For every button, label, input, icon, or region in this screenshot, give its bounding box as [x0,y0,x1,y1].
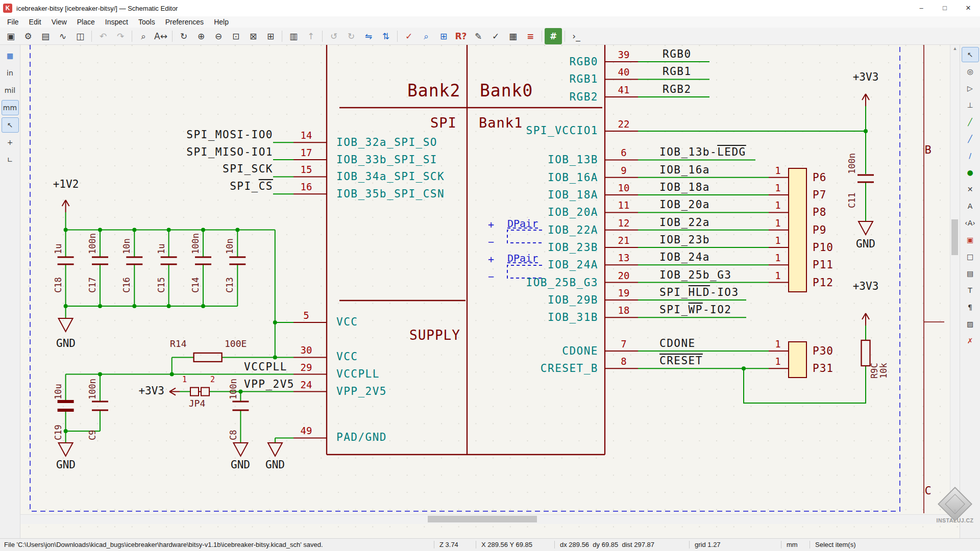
units-mils-button[interactable]: mil [2,83,19,98]
capacitor-value[interactable]: 10n [121,230,132,254]
plot-button[interactable]: ∿ [54,28,71,44]
capacitor-value[interactable]: 10n [225,230,235,254]
zoom-in-button[interactable]: ⊕ [192,28,210,44]
maximize-button[interactable]: □ [933,0,957,16]
net-label[interactable]: IOB_23b [659,235,710,245]
net-label[interactable]: IOB_24a [659,252,710,263]
menu-item[interactable]: File [2,18,24,26]
leave-sheet-button[interactable]: ↑ [302,28,320,44]
pin-number[interactable]: 24 [291,380,322,390]
capacitor-value[interactable]: 10u [53,376,63,399]
capacitor-reference[interactable]: C18 [53,267,63,293]
gnd-label[interactable]: GND [843,239,889,249]
power-label-1v2[interactable]: +1V2 [43,179,89,190]
capacitor-value[interactable]: 100n [228,376,238,399]
capacitor[interactable]: 10u C19 [48,376,83,453]
zoom-selection-button[interactable]: ⊞ [262,28,279,44]
add-bus-entry-tool[interactable]: / [962,148,979,163]
pin-row[interactable]: CDONE 7 CDONE 1 P30 [0,334,980,351]
find-replace-button[interactable]: A↔ [152,28,169,44]
capacitor-reference[interactable]: C16 [121,267,132,293]
add-global-label-tool[interactable]: ‹A› [962,215,979,231]
pin-number[interactable]: 29 [291,363,322,372]
save-button[interactable]: ▣ [2,28,19,44]
symbol-fields-table-button[interactable]: ▦ [504,28,522,44]
gnd-label[interactable]: GND [252,460,298,470]
zoom-out-button[interactable]: ⊖ [210,28,227,44]
add-image-tool[interactable]: ▨ [962,316,979,332]
dpair-plus[interactable]: + [488,219,494,230]
capacitor[interactable]: 100n C9 [83,376,117,453]
pin-row[interactable]: IOB_20A 11 IOB_20a 1 P8 [0,195,980,212]
capacitor[interactable]: 10n C13 [220,230,254,306]
pin-number[interactable]: 41 [608,85,639,95]
power-label-3v3[interactable]: +3V3 [121,386,164,396]
horizontal-scrollbar[interactable] [20,514,950,524]
pin-number[interactable]: 11 [608,201,639,210]
bom-button[interactable]: ≡ [522,28,539,44]
capacitor[interactable]: 1u C18 [48,230,83,306]
undo-button[interactable]: ↶ [94,28,112,44]
horizontal-scrollbar-thumb[interactable] [428,516,537,522]
pin-row[interactable]: RGB0 39 RGB0 [0,44,980,62]
power-label-3v3[interactable]: +3V3 [843,281,889,292]
annotate-button[interactable]: ⊞ [435,28,452,44]
capacitor-reference[interactable]: C15 [156,267,166,293]
pin-row[interactable]: CRESET_B 8 CRESET 1 P31 [0,351,980,368]
mirror-v-button[interactable]: ⇅ [377,28,395,44]
capacitor-value[interactable]: 1u [53,230,63,254]
capacitor-reference[interactable]: C9 [87,415,97,440]
menu-item[interactable]: Help [209,18,234,26]
dpair-plus[interactable]: + [488,254,494,264]
pin-number[interactable]: 22 [608,119,639,129]
capacitor-value[interactable]: 100n [190,230,201,254]
r9c-reference[interactable]: R9C [869,339,879,379]
r14-value[interactable]: 100E [225,339,247,348]
pin-number[interactable]: 20 [608,271,639,281]
net-label[interactable]: IOB_18a [659,182,710,193]
edit-symbol-fields-button[interactable]: ✎ [470,28,487,44]
capacitor[interactable]: 100n C17 [83,230,117,306]
net-label[interactable]: VCCPLL [244,362,287,372]
net-label[interactable]: IOB_16a [659,165,710,176]
open-pcb-editor-button[interactable]: # [545,28,562,44]
menu-item[interactable]: Preferences [160,18,209,26]
jp4-jumper-symbol[interactable] [190,388,209,396]
pin-number[interactable]: 39 [608,50,639,60]
redo-button[interactable]: ↷ [112,28,129,44]
pin-number[interactable]: 49 [291,426,322,436]
dpair-label[interactable]: DPair [507,218,538,229]
connector-pin-number[interactable]: 1 [768,236,788,245]
search-symbols-button[interactable]: ⌕ [418,28,435,44]
pin-name[interactable]: SPI_VCCIO1 [526,126,598,136]
connector-pin-number[interactable]: 1 [768,201,788,210]
add-sheet-pin-tool[interactable]: ▤ [962,266,979,281]
net-label[interactable]: SPI_HLD-IO3 [659,287,739,298]
scroll-up-arrow[interactable]: ▲ [950,46,960,51]
pin-row[interactable]: SPI_MOSI-IO0 14 IOB_32a_SPI_SO [0,126,980,143]
jp4-pin1-number[interactable]: 1 [182,376,187,384]
power-label-3v3[interactable]: +3V3 [843,72,889,83]
net-label[interactable]: SPI_WP-IO2 [659,305,731,315]
add-net-label-tool[interactable]: A [962,198,979,214]
capacitor-reference[interactable]: C17 [87,267,97,293]
capacitor-value[interactable]: 100n [87,376,97,399]
pin-number[interactable]: 30 [291,345,322,355]
select-tool[interactable]: ↖ [962,47,979,62]
mirror-h-button[interactable]: ⇋ [360,28,377,44]
cursor-crosshair-button[interactable]: + [2,135,19,150]
add-junction-tool[interactable]: ● [962,165,979,180]
capacitor[interactable]: 1u C15 [152,230,186,306]
vertical-scrollbar-thumb[interactable] [951,219,958,255]
capacitor-value[interactable]: 100n [847,148,857,174]
schematic-canvas[interactable]: Bank2 Bank0 SPI Bank1 SUPPLY RGB0 39 RGB… [0,0,980,551]
connector-pin-number[interactable]: 1 [768,218,788,228]
add-sheet-tool[interactable]: □ [962,249,979,264]
pin-name[interactable]: CRESET_B [541,363,598,374]
menu-item[interactable]: Place [72,18,100,26]
pin-number[interactable]: 7 [608,339,639,349]
pin-number[interactable]: 40 [608,67,639,77]
capacitor-reference[interactable]: C14 [190,267,201,293]
pin-row[interactable]: IOB_16A 9 IOB_16a 1 P6 [0,160,980,177]
pin-name[interactable]: RGB2 [569,92,598,103]
